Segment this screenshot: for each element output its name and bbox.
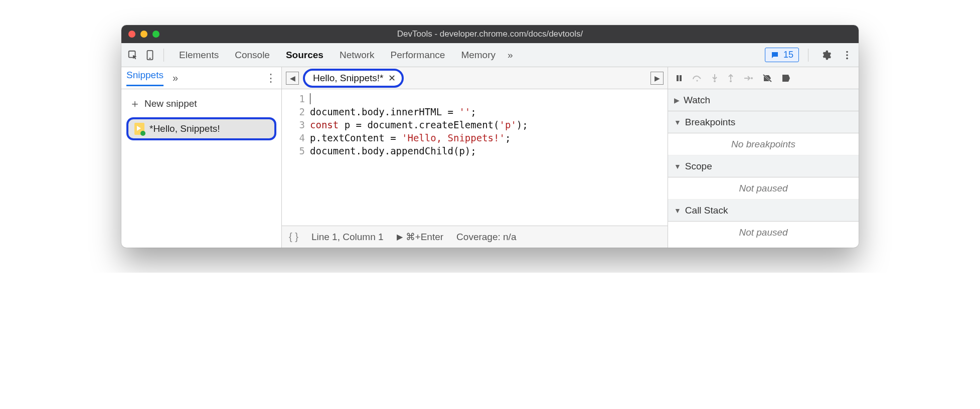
navigator-menu-icon[interactable]: ⋮ bbox=[265, 72, 276, 85]
issues-icon bbox=[770, 51, 779, 60]
code-line bbox=[310, 92, 668, 105]
svg-point-11 bbox=[751, 77, 753, 79]
breakpoints-section-header[interactable]: ▼ Breakpoints bbox=[668, 111, 859, 133]
scope-empty: Not paused bbox=[668, 177, 859, 199]
tab-network[interactable]: Network bbox=[339, 45, 376, 66]
breakpoints-empty: No breakpoints bbox=[668, 133, 859, 155]
tab-console[interactable]: Console bbox=[234, 45, 271, 66]
device-toolbar-icon[interactable] bbox=[141, 47, 158, 64]
navigator-header: Snippets » ⋮ bbox=[121, 67, 281, 89]
new-snippet-label: New snippet bbox=[144, 98, 197, 109]
svg-point-3 bbox=[846, 51, 848, 53]
svg-point-4 bbox=[846, 54, 848, 56]
debugger-pane: ▶ Watch ▼ Breakpoints No breakpoints ▼ S… bbox=[668, 67, 859, 248]
collapse-icon: ▼ bbox=[674, 118, 681, 126]
navigator-tab-snippets[interactable]: Snippets bbox=[126, 70, 164, 86]
new-snippet-button[interactable]: ＋ New snippet bbox=[121, 92, 281, 115]
scope-label: Scope bbox=[685, 161, 712, 172]
code-lines: document.body.innerHTML = ''; const p = … bbox=[310, 92, 668, 223]
window-title: DevTools - developer.chrome.com/docs/dev… bbox=[121, 29, 859, 39]
play-icon: ▶ bbox=[397, 232, 403, 242]
editor-file-tab-label: Hello, Snippets!* bbox=[313, 73, 383, 84]
nav-back-icon[interactable]: ◀ bbox=[286, 72, 299, 85]
code-line: document.body.innerHTML = ''; bbox=[310, 105, 668, 118]
kebab-menu-icon[interactable] bbox=[839, 47, 856, 64]
toolbar-separator bbox=[808, 49, 808, 62]
watch-label: Watch bbox=[684, 95, 710, 106]
pretty-print-icon[interactable]: { } bbox=[289, 231, 298, 243]
panel-tabs: Elements Console Sources Network Perform… bbox=[178, 45, 497, 66]
svg-rect-7 bbox=[680, 75, 682, 81]
line-gutter: 12345 bbox=[282, 92, 310, 223]
editor-tabbar: ◀ Hello, Snippets!* ✕ ▶ bbox=[282, 67, 668, 89]
watch-section-header[interactable]: ▶ Watch bbox=[668, 89, 859, 111]
callstack-empty: Not paused bbox=[668, 222, 859, 244]
more-tabs-icon[interactable]: » bbox=[508, 50, 513, 61]
pause-icon[interactable] bbox=[675, 74, 683, 82]
navigator-pane: Snippets » ⋮ ＋ New snippet *Hello, Snipp… bbox=[121, 67, 282, 248]
pause-on-exceptions-icon[interactable] bbox=[781, 74, 790, 83]
svg-point-5 bbox=[846, 57, 848, 59]
svg-point-8 bbox=[697, 80, 698, 81]
expand-icon: ▶ bbox=[674, 96, 680, 104]
step-icon[interactable] bbox=[743, 75, 753, 82]
collapse-icon: ▼ bbox=[674, 207, 681, 215]
unsaved-dot-icon bbox=[140, 131, 145, 136]
collapse-icon: ▼ bbox=[674, 162, 681, 170]
code-line: p.textContent = 'Hello, Snippets!'; bbox=[310, 131, 668, 144]
step-out-icon[interactable] bbox=[727, 74, 734, 83]
svg-point-9 bbox=[714, 80, 716, 82]
code-editor[interactable]: 12345 document.body.innerHTML = ''; cons… bbox=[282, 89, 668, 226]
main-toolbar: Elements Console Sources Network Perform… bbox=[121, 43, 859, 67]
callstack-section-header[interactable]: ▼ Call Stack bbox=[668, 199, 859, 222]
issues-count: 15 bbox=[783, 50, 793, 60]
breakpoints-label: Breakpoints bbox=[685, 117, 735, 128]
svg-rect-6 bbox=[677, 75, 679, 81]
snippet-item-label: *Hello, Snippets! bbox=[149, 123, 220, 134]
devtools-window: DevTools - developer.chrome.com/docs/dev… bbox=[121, 25, 859, 248]
snippet-item[interactable]: *Hello, Snippets! bbox=[126, 117, 276, 140]
close-tab-icon[interactable]: ✕ bbox=[388, 73, 396, 84]
snippet-list: ＋ New snippet *Hello, Snippets! bbox=[121, 89, 281, 145]
deactivate-breakpoints-icon[interactable] bbox=[762, 74, 772, 83]
step-over-icon[interactable] bbox=[692, 74, 702, 82]
debugger-controls bbox=[668, 67, 859, 89]
step-into-icon[interactable] bbox=[711, 74, 718, 83]
editor-file-tab[interactable]: Hello, Snippets!* ✕ bbox=[303, 69, 404, 88]
coverage-status: Coverage: n/a bbox=[456, 232, 516, 243]
tab-memory[interactable]: Memory bbox=[460, 45, 497, 66]
code-line: const p = document.createElement('p'); bbox=[310, 118, 668, 131]
tab-sources[interactable]: Sources bbox=[285, 45, 324, 66]
tab-elements[interactable]: Elements bbox=[178, 45, 220, 66]
toolbar-separator bbox=[164, 49, 164, 62]
callstack-label: Call Stack bbox=[685, 205, 728, 216]
settings-icon[interactable] bbox=[818, 47, 835, 64]
plus-icon: ＋ bbox=[129, 96, 140, 111]
issues-badge[interactable]: 15 bbox=[765, 48, 799, 62]
code-line: document.body.appendChild(p); bbox=[310, 144, 668, 157]
svg-point-10 bbox=[730, 80, 732, 82]
run-shortcut: ⌘+Enter bbox=[406, 231, 444, 243]
scope-section-header[interactable]: ▼ Scope bbox=[668, 155, 859, 177]
run-snippet-button[interactable]: ▶ ⌘+Enter bbox=[397, 231, 444, 243]
editor-pane: ◀ Hello, Snippets!* ✕ ▶ 12345 document.b… bbox=[282, 67, 668, 248]
tab-performance[interactable]: Performance bbox=[390, 45, 446, 66]
navigator-more-icon[interactable]: » bbox=[173, 72, 178, 84]
cursor-position: Line 1, Column 1 bbox=[311, 232, 384, 243]
title-bar: DevTools - developer.chrome.com/docs/dev… bbox=[121, 25, 859, 43]
panes: Snippets » ⋮ ＋ New snippet *Hello, Snipp… bbox=[121, 67, 859, 248]
editor-status-bar: { } Line 1, Column 1 ▶ ⌘+Enter Coverage:… bbox=[282, 226, 668, 248]
nav-forward-icon[interactable]: ▶ bbox=[650, 72, 664, 85]
inspect-element-icon[interactable] bbox=[124, 47, 141, 64]
